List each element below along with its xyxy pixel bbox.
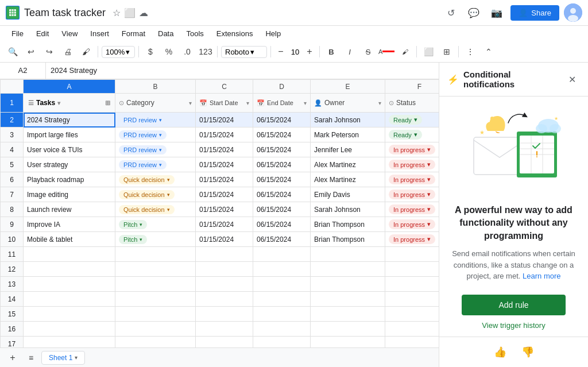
highlight-btn[interactable]: 🖌 xyxy=(397,44,413,60)
thumbs-down-button[interactable]: 👎 xyxy=(519,343,537,361)
sheet-tab-1[interactable]: Sheet 1 ▾ xyxy=(41,351,85,365)
col-header-c[interactable]: C xyxy=(196,80,253,94)
status-cell[interactable] xyxy=(385,292,439,307)
expand-btn[interactable]: ⌃ xyxy=(481,44,497,60)
title-cell[interactable] xyxy=(24,307,115,322)
start-date-cell[interactable] xyxy=(196,292,253,307)
more-btn[interactable]: ⋮ xyxy=(462,44,478,60)
category-cell[interactable]: PRD review ▾ xyxy=(115,157,196,172)
end-date-cell[interactable] xyxy=(253,337,311,348)
owner-cell[interactable] xyxy=(311,307,385,322)
title-cell[interactable]: Playback roadmap xyxy=(24,172,115,187)
status-cell[interactable]: Ready ▾ xyxy=(385,113,439,128)
category-cell[interactable] xyxy=(115,277,196,292)
tasks-expand-icon[interactable]: ▾ xyxy=(57,100,60,106)
owner-cell[interactable]: Brian Thompson xyxy=(311,217,385,232)
font-selector[interactable]: Roboto ▾ xyxy=(221,46,267,58)
end-date-cell[interactable]: 06/15/2024 xyxy=(253,157,311,172)
owner-cell[interactable]: Alex Martinez xyxy=(311,157,385,172)
category-cell[interactable]: Pitch ▾ xyxy=(115,232,196,247)
end-date-cell[interactable] xyxy=(253,277,311,292)
menu-insert[interactable]: Insert xyxy=(84,27,115,40)
category-cell[interactable]: PRD review ▾ xyxy=(115,128,196,142)
category-pill[interactable]: Quick decision ▾ xyxy=(119,175,175,184)
start-date-cell[interactable] xyxy=(196,322,253,337)
add-sheet-button[interactable]: + xyxy=(5,350,21,366)
status-pill[interactable]: In progress ▾ xyxy=(389,145,435,154)
end-date-cell[interactable] xyxy=(253,247,311,262)
end-date-cell[interactable] xyxy=(253,307,311,322)
owner-cell[interactable]: Alex Martinez xyxy=(311,172,385,187)
owner-header-cell[interactable]: 👤 Owner ▾ xyxy=(311,94,385,113)
start-date-cell[interactable]: 01/15/2024 xyxy=(196,113,253,128)
category-cell[interactable] xyxy=(115,337,196,348)
star-icon[interactable]: ☆ xyxy=(113,7,121,18)
end-date-cell[interactable]: 06/15/2024 xyxy=(253,142,311,157)
category-cell[interactable]: PRD review ▾ xyxy=(115,113,196,128)
status-pill[interactable]: In progress ▾ xyxy=(389,204,435,214)
end-date-cell[interactable] xyxy=(253,292,311,307)
italic-button[interactable]: I xyxy=(342,44,358,60)
category-cell[interactable]: Quick decision ▾ xyxy=(115,187,196,202)
decimal-btn[interactable]: .0 xyxy=(179,44,195,60)
panel-close-button[interactable]: ✕ xyxy=(564,71,580,87)
start-date-cell[interactable]: 01/15/2024 xyxy=(196,187,253,202)
menu-help[interactable]: Help xyxy=(260,27,287,40)
end-date-cell[interactable] xyxy=(253,322,311,337)
owner-cell[interactable] xyxy=(311,277,385,292)
start-date-cell[interactable] xyxy=(196,262,253,277)
paint-format-btn[interactable]: 🖌 xyxy=(78,44,94,60)
add-rule-button[interactable]: Add rule xyxy=(462,295,566,315)
owner-cell[interactable]: Sarah Johnson xyxy=(311,202,385,217)
cloud-icon[interactable]: ☁ xyxy=(139,7,148,18)
undo-btn[interactable]: ↩ xyxy=(23,44,39,60)
status-cell[interactable] xyxy=(385,277,439,292)
print-btn[interactable]: 🖨 xyxy=(60,44,76,60)
category-pill[interactable]: PRD review ▾ xyxy=(119,130,167,140)
number-format-btn[interactable]: 123 xyxy=(198,44,214,60)
menu-file[interactable]: File xyxy=(6,27,29,40)
owner-cell[interactable] xyxy=(311,262,385,277)
thumbs-up-button[interactable]: 👍 xyxy=(491,343,509,361)
title-cell[interactable]: Mobile & tablet xyxy=(24,232,115,247)
start-date-cell[interactable]: 01/15/2024 xyxy=(196,142,253,157)
title-cell[interactable] xyxy=(24,337,115,348)
category-cell[interactable] xyxy=(115,247,196,262)
menu-tools[interactable]: Tools xyxy=(180,27,209,40)
category-cell[interactable]: Quick decision ▾ xyxy=(115,202,196,217)
status-cell[interactable]: In progress ▾ xyxy=(385,157,439,172)
start-date-cell[interactable] xyxy=(196,337,253,348)
font-size-decrease[interactable]: − xyxy=(274,45,287,58)
col-header-f[interactable]: F xyxy=(385,80,439,94)
category-pill[interactable]: PRD review ▾ xyxy=(119,115,167,125)
title-cell[interactable] xyxy=(24,277,115,292)
owner-cell[interactable] xyxy=(311,322,385,337)
tasks-grid-icon[interactable]: ⊞ xyxy=(105,99,110,107)
video-icon[interactable]: 📷 xyxy=(488,3,506,22)
owner-cell[interactable] xyxy=(311,247,385,262)
cell-reference[interactable]: A2 xyxy=(0,63,46,79)
title-cell[interactable]: Image editing xyxy=(24,187,115,202)
status-pill[interactable]: In progress ▾ xyxy=(389,175,435,184)
title-cell[interactable] xyxy=(24,292,115,307)
status-cell[interactable]: In progress ▾ xyxy=(385,232,439,247)
title-cell[interactable]: Import large files xyxy=(24,128,115,142)
category-cell[interactable] xyxy=(115,322,196,337)
end-date-cell[interactable]: 06/15/2024 xyxy=(253,217,311,232)
text-color-btn[interactable]: A xyxy=(378,44,394,60)
end-date-cell[interactable]: 06/15/2024 xyxy=(253,128,311,142)
strikethrough-button[interactable]: S xyxy=(360,44,376,60)
owner-cell[interactable]: Brian Thompson xyxy=(311,232,385,247)
start-date-cell[interactable] xyxy=(196,247,253,262)
category-pill[interactable]: PRD review ▾ xyxy=(119,160,167,169)
col-header-d[interactable]: D xyxy=(253,80,311,94)
status-cell[interactable] xyxy=(385,307,439,322)
end-date-cell[interactable]: 06/15/2024 xyxy=(253,202,311,217)
view-trigger-history-link[interactable]: View trigger history xyxy=(482,321,545,330)
owner-cell[interactable]: Sarah Johnson xyxy=(311,113,385,128)
status-pill[interactable]: In progress ▾ xyxy=(389,234,435,244)
col-header-e[interactable]: E xyxy=(311,80,385,94)
folder-icon[interactable]: ⬜ xyxy=(124,7,136,18)
status-pill[interactable]: Ready ▾ xyxy=(389,130,422,140)
menu-view[interactable]: View xyxy=(56,27,83,40)
